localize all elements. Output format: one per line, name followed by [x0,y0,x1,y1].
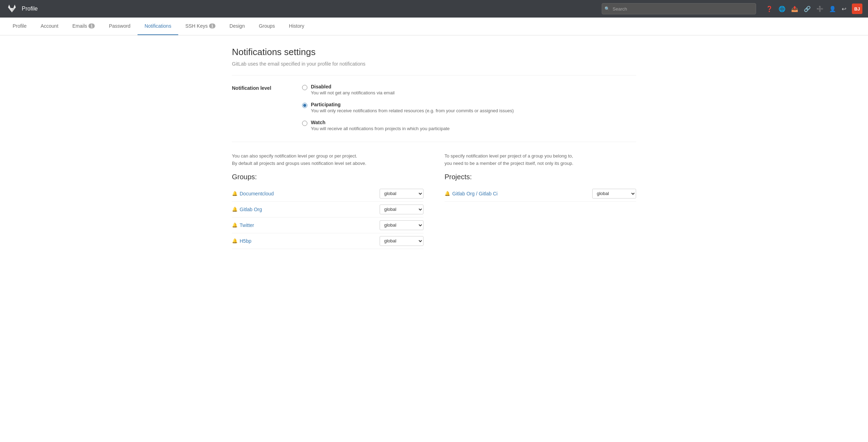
group-select-h5bp[interactable]: global disabled participating watch ment… [380,236,423,246]
ssh-keys-badge: 1 [209,24,215,28]
tab-account[interactable]: Account [34,18,66,35]
projects-title: Projects: [445,173,636,181]
page-subtitle: GitLab uses the email specified in your … [232,61,636,67]
radio-participating-desc: You will only receive notifications from… [311,108,514,113]
group-link-twitter[interactable]: 🔔 Twitter [232,222,254,228]
divider [232,75,636,75]
brand-logo [6,2,18,15]
tab-design[interactable]: Design [222,18,252,35]
bottom-left: You can also specify notification level … [232,153,423,249]
tab-ssh-keys[interactable]: SSH Keys 1 [178,18,222,35]
help-icon[interactable]: ❓ [766,6,773,12]
signout-icon[interactable]: ↩ [842,6,846,12]
group-item-gitlaborg: 🔔 Gitlab Org global disabled participati… [232,202,423,217]
radio-options: Disabled You will not get any notificati… [302,84,514,131]
notification-level-label: Notification level [232,84,288,91]
group-select-gitlaborg[interactable]: global disabled participating watch ment… [380,205,423,214]
section-divider [232,142,636,142]
brand-label: Profile [22,6,38,12]
notify-icon-gitlabci: 🔔 [445,191,450,196]
brand-link[interactable]: Profile [6,2,38,15]
globe-icon[interactable]: 🌐 [779,6,786,12]
notify-icon-h5bp: 🔔 [232,238,238,243]
tab-groups[interactable]: Groups [252,18,282,35]
radio-watch-desc: You will receive all notifications from … [311,126,449,131]
group-select-twitter[interactable]: global disabled participating watch ment… [380,220,423,230]
emails-badge: 1 [88,24,95,28]
right-info: To specify notification level per projec… [445,153,636,167]
search-container: 🔍 [602,3,756,14]
notification-level-row: Notification level Disabled You will not… [232,84,636,131]
group-link-gitlaborg[interactable]: 🔔 Gitlab Org [232,207,262,212]
radio-watch[interactable] [302,121,307,126]
radio-option-participating: Participating You will only receive noti… [302,102,514,113]
radio-watch-label: Watch [311,120,449,125]
group-link-h5bp[interactable]: 🔔 H5bp [232,238,251,244]
group-link-documentcloud[interactable]: 🔔 Documentcloud [232,191,274,196]
radio-participating-label: Participating [311,102,514,107]
navbar-icons: ❓ 🌐 📤 🔗 ➕ 👤 ↩ BJ [766,4,862,14]
notify-icon-twitter: 🔔 [232,222,238,228]
group-item-twitter: 🔔 Twitter global disabled participating … [232,217,423,233]
subnav: Profile Account Emails 1 Password Notifi… [0,18,868,35]
left-info: You can also specify notification level … [232,153,423,167]
tab-emails[interactable]: Emails 1 [65,18,102,35]
radio-participating[interactable] [302,103,307,108]
plus-icon[interactable]: ➕ [816,6,823,12]
radio-disabled[interactable] [302,85,307,90]
upload-icon[interactable]: 📤 [791,6,798,12]
bottom-right: To specify notification level per projec… [445,153,636,249]
project-link-gitlabci[interactable]: 🔔 Gitlab Org / Gitlab Ci [445,191,498,196]
project-select-gitlabci[interactable]: global disabled participating watch ment… [592,189,636,199]
bottom-section: You can also specify notification level … [232,153,636,249]
tab-profile[interactable]: Profile [6,18,34,35]
radio-disabled-label: Disabled [311,84,395,89]
notify-icon-gitlaborg: 🔔 [232,207,238,212]
navbar: Profile 🔍 ❓ 🌐 📤 🔗 ➕ 👤 ↩ BJ [0,0,868,18]
project-item-gitlabci: 🔔 Gitlab Org / Gitlab Ci global disabled… [445,186,636,202]
page-title: Notifications settings [232,47,636,58]
avatar[interactable]: BJ [852,4,862,14]
tab-history[interactable]: History [282,18,312,35]
tab-password[interactable]: Password [102,18,137,35]
notify-icon-documentcloud: 🔔 [232,191,238,196]
group-item-documentcloud: 🔔 Documentcloud global disabled particip… [232,186,423,202]
radio-option-disabled: Disabled You will not get any notificati… [302,84,514,95]
radio-disabled-desc: You will not get any notifications via e… [311,90,395,95]
radio-option-watch: Watch You will receive all notifications… [302,120,514,131]
user-icon[interactable]: 👤 [829,6,836,12]
search-icon: 🔍 [605,6,610,11]
share-icon[interactable]: 🔗 [804,6,811,12]
group-item-h5bp: 🔔 H5bp global disabled participating wat… [232,233,423,249]
search-input[interactable] [602,3,756,14]
main-content: Notifications settings GitLab uses the e… [223,35,645,260]
group-select-documentcloud[interactable]: global disabled participating watch ment… [380,189,423,199]
tab-notifications[interactable]: Notifications [138,18,178,35]
groups-title: Groups: [232,173,423,181]
